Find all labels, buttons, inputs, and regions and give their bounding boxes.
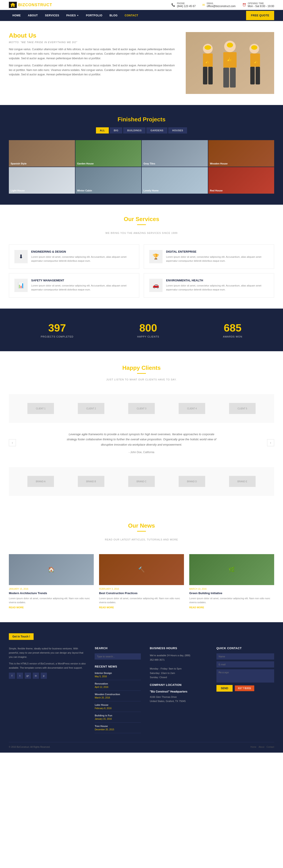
project-red-house[interactable]: Red House (208, 167, 274, 194)
stat-clients-label: Happy Clients (137, 335, 159, 338)
news-text-3: Lorem ipsum dolor sit amet, consectetur … (189, 596, 274, 604)
service-engineering: ⬇ ENGINEERING & DESIGN Lorem ipsum dolor… (9, 245, 139, 269)
filter-gardens[interactable]: GARDENS (146, 127, 167, 133)
client-logo-7: BRAND B (78, 476, 104, 487)
news-image-2: 🔨 (99, 554, 184, 585)
nav-blog[interactable]: BLOG (106, 10, 121, 21)
news-section: Our News READ OUR LATEST ARTICLES, TUTOR… (0, 509, 283, 622)
stat-projects-number: 397 (41, 322, 73, 334)
services-grid: ⬇ ENGINEERING & DESIGN Lorem ipsum dolor… (9, 245, 274, 298)
footer-email-input[interactable] (216, 661, 274, 668)
footer-send-button[interactable]: SEND (216, 685, 232, 692)
project-lovely-home[interactable]: Lovely Home (142, 167, 208, 194)
nav-contact[interactable]: CONTACT (121, 10, 142, 21)
email-value: office@bizconstruct.com (207, 5, 236, 8)
news-title-3: Green Building Initiative (189, 591, 274, 595)
project-winter-cabin[interactable]: Winter Cabin (75, 167, 142, 194)
project-light-house[interactable]: Light House (9, 167, 75, 194)
testimonial-next-button[interactable]: › (267, 439, 274, 446)
nav-home[interactable]: HOME (9, 10, 24, 21)
opening-label: OPENING TIME (248, 2, 274, 5)
nav-about[interactable]: ABOUT (24, 10, 41, 21)
logo[interactable]: BIZCONSTRUCT (9, 2, 52, 8)
filter-houses[interactable]: HOUSES (168, 127, 187, 133)
testimonial-text: Leverage agile frameworks to provide a r… (64, 432, 219, 447)
phone-label: PHONE (177, 2, 196, 5)
stat-projects-label: Projects Completed (41, 335, 73, 338)
news-date-1: January 15, 2016 (9, 588, 94, 590)
nav-services[interactable]: SERVICES (41, 10, 63, 21)
svg-rect-11 (230, 68, 236, 88)
opening-value: Mon - Sat 8:00 - 19:00 (248, 5, 274, 8)
news-readmore-3[interactable]: READ MORE (189, 606, 204, 609)
facebook-icon[interactable]: f (9, 673, 15, 679)
service-environmental-title: ENVIRONMENTAL HEALTH (166, 279, 269, 282)
footer-about-col: Simple, flexible theme, ideally suited f… (9, 647, 86, 735)
nav-bar: HOME ABOUT SERVICES PAGES ▼ PORTFOLIO BL… (0, 10, 283, 21)
footer-news-6: Tree House December 20, 2015 (95, 725, 141, 733)
service-digital-title: DIGITAL ENTERPRISE (166, 250, 269, 253)
clock-icon: ⏰ (242, 3, 246, 7)
client-logo-2: CLIENT 2 (78, 403, 104, 414)
logo-text: BIZCONSTRUCT (18, 3, 52, 7)
news-card-3: 🌿 March 10, 2016 Green Building Initiati… (189, 554, 274, 609)
footer-about-text1: Simple, flexible theme, ideally suited f… (9, 647, 86, 659)
googleplus-icon[interactable]: g+ (25, 673, 31, 679)
project-wooden-house[interactable]: Wooden House (208, 140, 274, 167)
service-engineering-title: ENGINEERING & DESIGN (31, 250, 134, 253)
service-safety-title: SAFETY MANAGEMENT (31, 279, 134, 282)
footer-hours-col: BUSINESS HOURS We're available 24 Hours … (150, 647, 208, 735)
svg-rect-3 (205, 45, 211, 50)
footer-news-5: Building is Fun January 15, 2016 (95, 714, 141, 722)
nav-portfolio[interactable]: PORTFOLIO (83, 10, 106, 21)
news-text-2: Lorem ipsum dolor sit amet, consectetur … (99, 596, 184, 604)
footer-hours-title: BUSINESS HOURS (150, 647, 208, 650)
news-readmore-2[interactable]: READ MORE (99, 606, 114, 609)
about-title: About Us (9, 32, 177, 39)
phone-icon: 📞 (171, 3, 175, 7)
client-logo-1: CLIENT 1 (27, 403, 54, 414)
footer-link-contact[interactable]: Contact (266, 746, 274, 748)
client-logo-6: BRAND A (27, 476, 54, 487)
footer-news-list: Interior Design May 5, 2016 Renovation A… (95, 672, 141, 733)
filter-big[interactable]: BIG (110, 127, 122, 133)
footer-link-about[interactable]: About (258, 746, 264, 748)
footer-link-home[interactable]: Home (251, 746, 256, 748)
footer-message-input[interactable] (216, 669, 274, 683)
project-gray-tiles[interactable]: Gray Tiles (142, 140, 208, 167)
footer-search-input[interactable] (95, 653, 141, 659)
services-subtitle: WE BRING YOU THE AMAZING SERVICES SINCE … (9, 231, 274, 234)
nav-pages[interactable]: PAGES ▼ (63, 10, 83, 21)
news-image-1: 🏠 (9, 554, 94, 585)
linkedin-icon[interactable]: in (33, 673, 39, 679)
testimonial-wrapper: ‹ Leverage agile frameworks to provide a… (9, 432, 274, 454)
free-quote-button[interactable]: FREE QUOTE (246, 11, 274, 20)
footer-name-input[interactable] (216, 653, 274, 659)
twitter-icon[interactable]: t (17, 673, 23, 679)
news-subtitle: READ OUR LATEST ARTICLES, TUTORIALS AND … (9, 538, 274, 541)
footer-search-col: SEARCH RECENT NEWS Interior Design May 5… (95, 647, 141, 735)
testimonials-subtitle: JUST LISTEN TO WHAT OUR CLIENTS HAVE TO … (9, 378, 274, 381)
project-garden-house[interactable]: Garden House (75, 140, 142, 167)
filter-buildings[interactable]: BUILDINGS (123, 127, 146, 133)
chevron-down-icon: ▼ (77, 14, 79, 17)
top-bar: BIZCONSTRUCT 📞 PHONE (844) 123 45 67 ✉ E… (0, 0, 283, 10)
safety-icon: 📊 (14, 279, 28, 292)
copyright-text: © 2016 BizConstruct. All Rights Reserved… (9, 746, 50, 748)
email-label: EMAIL (207, 2, 236, 5)
news-readmore-1[interactable]: READ MORE (9, 606, 24, 609)
testimonial-prev-button[interactable]: ‹ (9, 439, 16, 446)
footer-contact-col: QUICK CONTACT SEND 粗犷下载模版 (216, 647, 274, 735)
filter-all[interactable]: ALL (96, 127, 109, 133)
footer-download-button[interactable]: 粗犷下载模版 (235, 685, 254, 691)
svg-rect-8 (227, 43, 233, 48)
project-spanish-style[interactable]: Spanish Style (9, 140, 75, 167)
digital-icon: 🏆 (149, 250, 162, 263)
svg-rect-13 (251, 45, 257, 50)
pinterest-icon[interactable]: p (41, 673, 47, 679)
service-environmental: 🚗 ENVIRONMENTAL HEALTH Lorem ipsum dolor… (144, 273, 274, 298)
logo-main: BIZ (18, 3, 25, 7)
testimonial-author: - John Doe, California (22, 451, 261, 454)
footer-about-text2: This is the HTML5 version of BizConstruc… (9, 661, 86, 670)
stat-clients: 800 Happy Clients (137, 322, 159, 338)
